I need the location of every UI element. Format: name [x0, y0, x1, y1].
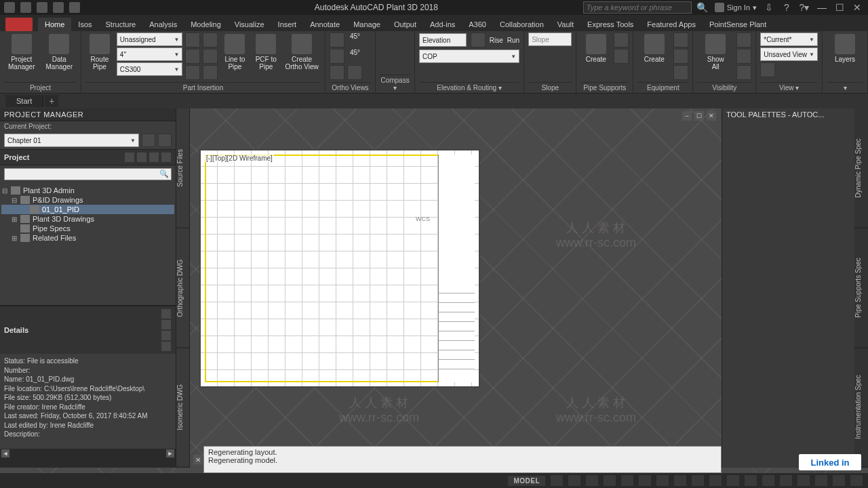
qat-undo-icon[interactable]: [53, 2, 64, 13]
status-cycle-icon[interactable]: [745, 475, 757, 486]
tree-btn-3[interactable]: [149, 152, 159, 163]
status-polar-icon[interactable]: [604, 475, 616, 486]
tp-tab-instrument[interactable]: Instrumentation Spec: [854, 348, 868, 468]
status-snap-icon[interactable]: [568, 475, 580, 486]
drawing-viewport[interactable]: – ☐ ✕ [-][Top][2D Wireframe] WCS: [190, 108, 722, 468]
sign-in-button[interactable]: Sign In ▾: [715, 3, 757, 12]
size-combo[interactable]: 4"▼: [117, 47, 183, 61]
ortho-btn-3[interactable]: [330, 65, 344, 80]
status-osnap-icon[interactable]: [621, 475, 633, 486]
pi-btn-4[interactable]: [203, 49, 218, 64]
vtab-iso[interactable]: Isometric DWG: [176, 348, 189, 468]
model-space-button[interactable]: MODEL: [508, 476, 545, 486]
show-all-button[interactable]: Show All: [697, 33, 734, 72]
cop-combo[interactable]: COP▼: [419, 49, 519, 63]
status-lwt-icon[interactable]: [709, 475, 722, 486]
pi-btn-3[interactable]: [185, 49, 200, 64]
pm-tool-2[interactable]: [158, 134, 172, 147]
tp-tab-dynamic[interactable]: Dynamic Pipe Spec: [854, 108, 868, 228]
panel-label[interactable]: View ▾: [760, 82, 818, 93]
data-manager-button[interactable]: Data Manager: [42, 33, 77, 72]
viewport-label[interactable]: [-][Top][2D Wireframe]: [205, 155, 274, 162]
search-icon[interactable]: 🔍: [159, 169, 169, 178]
status-transp-icon[interactable]: [727, 475, 739, 486]
tab-a360[interactable]: A360: [462, 18, 493, 31]
tree-p3d-folder[interactable]: ⊞Plant 3D Drawings: [1, 214, 174, 224]
pm-tool-1[interactable]: [142, 134, 155, 147]
line-to-pipe-button[interactable]: Line to Pipe: [220, 33, 249, 72]
tab-pointsense[interactable]: PointSense Plant: [703, 18, 773, 31]
view-btn-1[interactable]: [760, 62, 775, 77]
tree-related[interactable]: ⊞Related Files: [1, 233, 174, 243]
tab-vault[interactable]: Vault: [551, 18, 580, 31]
tab-collaboration[interactable]: Collaboration: [493, 18, 551, 31]
tab-analysis[interactable]: Analysis: [142, 18, 184, 31]
status-hw-icon[interactable]: [797, 475, 810, 486]
search-icon[interactable]: 🔍: [697, 2, 708, 13]
new-tab-button[interactable]: +: [45, 95, 58, 107]
maximize-icon[interactable]: ☐: [834, 2, 845, 13]
tab-structure[interactable]: Structure: [99, 18, 143, 31]
ps-btn-1[interactable]: [614, 33, 629, 47]
tab-visualize[interactable]: Visualize: [228, 18, 271, 31]
view-unsaved-combo[interactable]: Unsaved View▼: [760, 47, 818, 61]
qat-new-icon[interactable]: [4, 2, 15, 13]
view-current-combo[interactable]: *Current*▼: [760, 33, 818, 46]
tab-manage[interactable]: Manage: [347, 18, 387, 31]
tree-btn-4[interactable]: [161, 152, 172, 163]
help-icon[interactable]: ?: [781, 2, 792, 13]
tag-combo[interactable]: Unassigned▼: [117, 33, 183, 46]
qat-open-icon[interactable]: [20, 2, 31, 13]
det-btn-2[interactable]: [161, 319, 172, 330]
qat-save-icon[interactable]: [37, 2, 47, 13]
det-btn-1[interactable]: [161, 308, 172, 319]
vtab-ortho[interactable]: Orthographic DWG: [176, 228, 189, 348]
vp-minimize-icon[interactable]: –: [682, 111, 692, 121]
details-hscroll[interactable]: ◄ ►: [0, 449, 176, 458]
tree-pid-file[interactable]: 01_01_PID: [1, 205, 174, 214]
tree-pipe-specs[interactable]: Pipe Specs: [1, 224, 174, 233]
tab-home[interactable]: Home: [38, 18, 71, 31]
layers-button[interactable]: Layers: [827, 33, 863, 64]
close-icon[interactable]: ✕: [852, 2, 863, 13]
create-support-button[interactable]: Create: [580, 33, 611, 64]
tab-output[interactable]: Output: [387, 18, 423, 31]
pcf-to-pipe-button[interactable]: PCF to Pipe: [252, 33, 280, 72]
tree-pid-folder[interactable]: ⊟P&ID Drawings: [1, 195, 174, 205]
tab-featured[interactable]: Featured Apps: [640, 18, 703, 31]
tab-annotate[interactable]: Annotate: [303, 18, 347, 31]
exchange-icon[interactable]: ⇩: [764, 2, 774, 13]
pi-btn-1[interactable]: [185, 33, 200, 47]
status-ducs-icon[interactable]: [674, 475, 686, 486]
scroll-right-icon[interactable]: ►: [166, 449, 174, 458]
route-pipe-button[interactable]: Route Pipe: [85, 33, 114, 72]
infocenter-search[interactable]: [583, 1, 692, 14]
create-equipment-button[interactable]: Create: [637, 33, 671, 64]
status-isolate-icon[interactable]: [815, 475, 827, 486]
ortho-btn-2[interactable]: [330, 49, 344, 64]
status-annomon-icon[interactable]: [762, 475, 774, 486]
ortho-btn-1[interactable]: [330, 33, 344, 47]
vp-close-icon[interactable]: ✕: [707, 111, 716, 121]
project-manager-button[interactable]: Project Manager: [4, 33, 39, 72]
vis-btn-2[interactable]: [736, 49, 751, 64]
elevation-sync-icon[interactable]: [471, 33, 486, 47]
ps-btn-2[interactable]: [614, 49, 629, 64]
qat-redo-icon[interactable]: [69, 2, 80, 13]
cmdline-close-icon[interactable]: ✕: [193, 455, 203, 464]
scroll-left-icon[interactable]: ◄: [1, 449, 9, 458]
tab-start[interactable]: Start: [5, 95, 43, 107]
tab-express[interactable]: Express Tools: [580, 18, 640, 31]
eq-btn-3[interactable]: [673, 65, 688, 80]
status-ortho-icon[interactable]: [586, 475, 598, 486]
spec-combo[interactable]: CS300▼: [117, 62, 183, 76]
slope-input[interactable]: Slope: [528, 33, 572, 46]
status-otrack-icon[interactable]: [656, 475, 669, 486]
tree-search-input[interactable]: [4, 168, 172, 180]
tree-root[interactable]: ⊟Plant 3D Admin: [1, 186, 174, 195]
tree-btn-2[interactable]: [136, 152, 147, 163]
status-clean-icon[interactable]: [833, 475, 845, 486]
vp-maximize-icon[interactable]: ☐: [694, 111, 704, 121]
vis-btn-3[interactable]: [736, 65, 751, 80]
app-menu-button[interactable]: [5, 18, 33, 31]
